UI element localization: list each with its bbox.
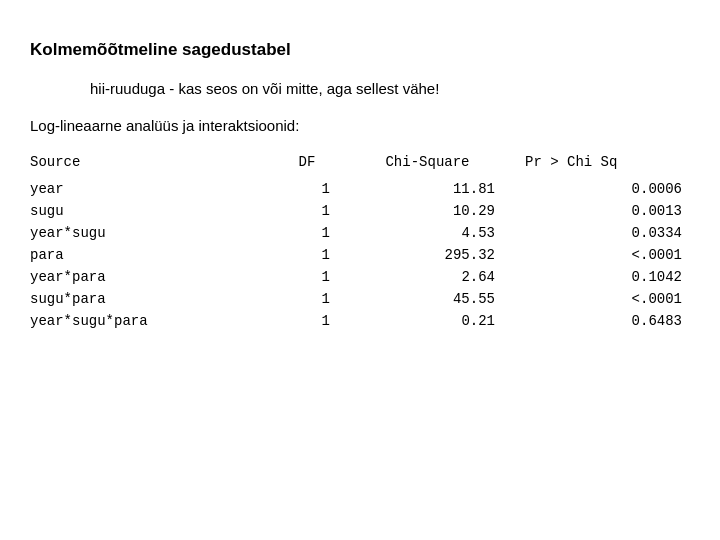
header-pr: Pr > Chi Sq: [525, 152, 690, 178]
cell-pr: 0.0006: [525, 178, 690, 200]
table-row: year*sugu14.530.0334: [30, 222, 690, 244]
cell-pr: <.0001: [525, 288, 690, 310]
cell-df: 1: [284, 244, 360, 266]
header-source: Source: [30, 152, 284, 178]
table-row: year*para12.640.1042: [30, 266, 690, 288]
cell-df: 1: [284, 178, 360, 200]
cell-df: 1: [284, 310, 360, 332]
cell-chisq: 45.55: [360, 288, 525, 310]
cell-pr: 0.0013: [525, 200, 690, 222]
table-row: year*sugu*para10.210.6483: [30, 310, 690, 332]
cell-chisq: 11.81: [360, 178, 525, 200]
subtitle-text: hii-ruuduga - kas seos on või mitte, aga…: [90, 80, 690, 97]
cell-df: 1: [284, 288, 360, 310]
stats-table: Source DF Chi-Square Pr > Chi Sq year111…: [30, 152, 690, 332]
cell-source: year*sugu*para: [30, 310, 284, 332]
table-row: sugu*para145.55<.0001: [30, 288, 690, 310]
table-row: sugu110.290.0013: [30, 200, 690, 222]
cell-chisq: 0.21: [360, 310, 525, 332]
cell-df: 1: [284, 200, 360, 222]
section-label: Log-lineaarne analüüs ja interaktsioonid…: [30, 117, 690, 134]
cell-chisq: 4.53: [360, 222, 525, 244]
table-row: year111.810.0006: [30, 178, 690, 200]
cell-df: 1: [284, 266, 360, 288]
cell-source: year: [30, 178, 284, 200]
table-row: para1295.32<.0001: [30, 244, 690, 266]
cell-df: 1: [284, 222, 360, 244]
cell-source: para: [30, 244, 284, 266]
header-chisquare: Chi-Square: [360, 152, 525, 178]
cell-pr: 0.0334: [525, 222, 690, 244]
header-df: DF: [284, 152, 360, 178]
cell-chisq: 295.32: [360, 244, 525, 266]
cell-pr: <.0001: [525, 244, 690, 266]
cell-pr: 0.6483: [525, 310, 690, 332]
cell-chisq: 10.29: [360, 200, 525, 222]
cell-source: year*sugu: [30, 222, 284, 244]
cell-source: sugu: [30, 200, 284, 222]
page-container: Kolmemõõtmeline sagedustabel hii-ruuduga…: [0, 0, 720, 362]
cell-source: sugu*para: [30, 288, 284, 310]
table-header-row: Source DF Chi-Square Pr > Chi Sq: [30, 152, 690, 178]
cell-source: year*para: [30, 266, 284, 288]
cell-pr: 0.1042: [525, 266, 690, 288]
cell-chisq: 2.64: [360, 266, 525, 288]
page-title: Kolmemõõtmeline sagedustabel: [30, 40, 690, 60]
